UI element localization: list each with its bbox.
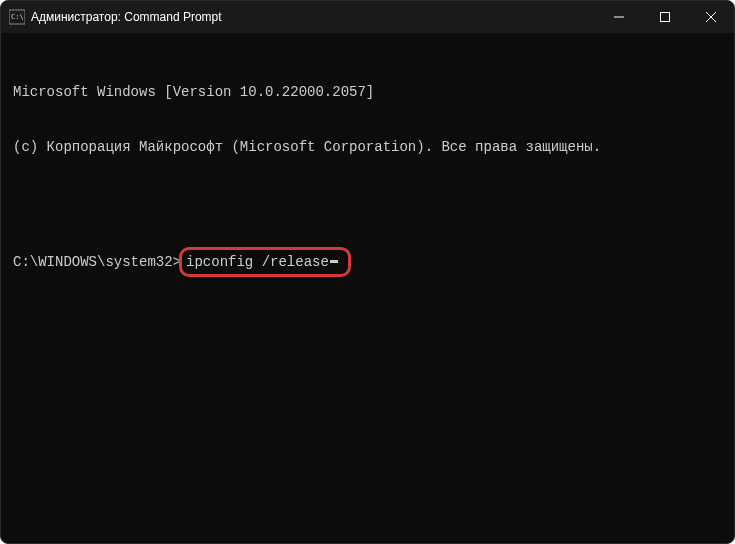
- terminal-prompt: C:\WINDOWS\system32>: [13, 253, 181, 271]
- close-button[interactable]: [688, 1, 734, 33]
- minimize-button[interactable]: [596, 1, 642, 33]
- window-title: Администратор: Command Prompt: [31, 10, 222, 24]
- terminal-output-line: Microsoft Windows [Version 10.0.22000.20…: [13, 83, 722, 101]
- window-controls: [596, 1, 734, 33]
- titlebar-left: C:\ Администратор: Command Prompt: [9, 9, 222, 25]
- terminal-blank-line: [13, 193, 722, 211]
- command-prompt-window: C:\ Администратор: Command Prompt Micros…: [0, 0, 735, 544]
- command-highlight-box: ipconfig /release: [179, 247, 351, 277]
- terminal-area[interactable]: Microsoft Windows [Version 10.0.22000.20…: [1, 33, 734, 328]
- terminal-cursor: [330, 260, 338, 263]
- terminal-command: ipconfig /release: [186, 253, 329, 271]
- terminal-output-line: (c) Корпорация Майкрософт (Microsoft Cor…: [13, 138, 722, 156]
- terminal-prompt-line: C:\WINDOWS\system32>ipconfig /release: [13, 247, 722, 277]
- svg-rect-3: [661, 13, 670, 22]
- svg-text:C:\: C:\: [11, 13, 24, 21]
- maximize-button[interactable]: [642, 1, 688, 33]
- cmd-icon: C:\: [9, 9, 25, 25]
- titlebar[interactable]: C:\ Администратор: Command Prompt: [1, 1, 734, 33]
